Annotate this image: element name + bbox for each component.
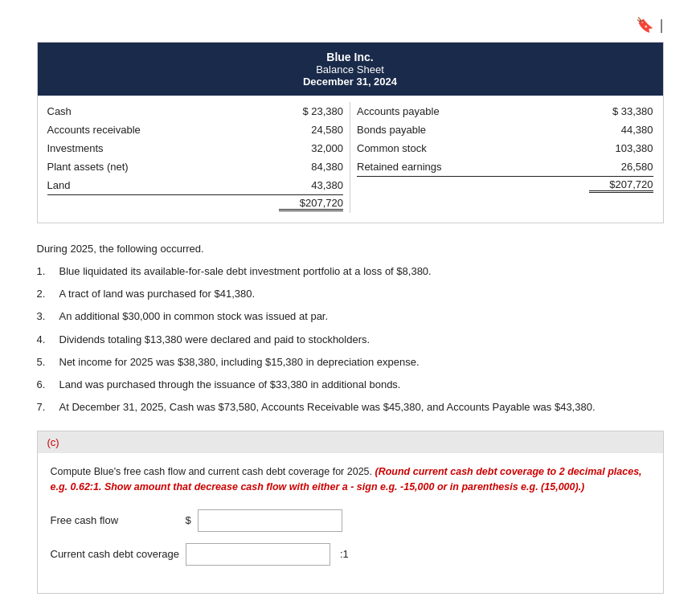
asset-row: Accounts receivable24,580	[47, 121, 344, 139]
asset-label: Plant assets (net)	[47, 161, 280, 173]
list-item: 3.An additional $30,000 in common stock …	[37, 309, 664, 324]
bs-body: Cash$ 23,380Accounts receivable24,580Inv…	[38, 96, 663, 223]
list-item-text: Land was purchased through the issuance …	[59, 378, 401, 392]
company-name: Blue Inc.	[47, 51, 653, 63]
list-item-num: 7.	[37, 400, 53, 415]
ratio-suffix: :1	[340, 548, 349, 560]
list-item-text: Net income for 2025 was $38,380, includi…	[59, 355, 420, 370]
asset-label: Investments	[47, 142, 280, 154]
liability-amount: 26,580	[589, 161, 653, 173]
free-cash-flow-input[interactable]	[198, 509, 342, 532]
liability-label: Accounts payable	[357, 105, 589, 117]
instruction-normal: Compute Blue's free cash flow and curren…	[51, 466, 373, 477]
bs-header: Blue Inc. Balance Sheet December 31, 202…	[38, 43, 663, 96]
section-c: (c) Compute Blue's free cash flow and cu…	[37, 431, 664, 594]
doc-date: December 31, 2024	[47, 76, 653, 88]
list-item: 5.Net income for 2025 was $38,380, inclu…	[37, 355, 664, 370]
list-item-text: A tract of land was purchased for $41,38…	[59, 287, 256, 301]
asset-label: Accounts receivable	[47, 124, 280, 136]
liability-row: Accounts payable$ 33,380	[357, 102, 653, 121]
liability-row: Common stock103,380	[357, 139, 653, 157]
list-item-text: Dividends totaling $13,380 were declared…	[59, 333, 370, 347]
during-section: During 2025, the following occurred. 1.B…	[37, 243, 664, 415]
asset-amount: $ 23,380	[279, 105, 343, 117]
free-cash-flow-label: Free cash flow	[51, 514, 179, 526]
list-item: 4.Dividends totaling $13,380 were declar…	[37, 333, 664, 347]
liability-amount: 103,380	[589, 142, 653, 154]
asset-row: Plant assets (net)84,380	[47, 157, 344, 176]
list-item-num: 2.	[37, 287, 53, 301]
asset-row: Investments32,000	[47, 139, 344, 157]
dollar-sign: $	[186, 514, 191, 526]
top-bar-icons: 🔖 |	[636, 16, 664, 34]
list-item-num: 5.	[37, 355, 53, 370]
asset-amount: 43,380	[279, 179, 343, 191]
list-item-text: Blue liquidated its available-for-sale d…	[59, 264, 432, 279]
liabilities-total-row: $207,720	[357, 176, 653, 194]
free-cash-flow-row: Free cash flow $	[51, 509, 650, 532]
during-title: During 2025, the following occurred.	[37, 243, 664, 255]
top-bar: 🔖 |	[37, 16, 664, 39]
during-list: 1.Blue liquidated its available-for-sale…	[37, 264, 664, 415]
liability-row: Retained earnings26,580	[357, 157, 653, 176]
asset-label: Cash	[47, 105, 280, 117]
liabilities-equity-column: Accounts payable$ 33,380Bonds payable44,…	[357, 102, 653, 213]
list-item-num: 4.	[37, 333, 53, 347]
list-item-text: An additional $30,000 in common stock wa…	[59, 309, 329, 324]
liability-amount: 44,380	[589, 124, 653, 136]
asset-amount: 32,000	[279, 142, 343, 154]
list-item-num: 6.	[37, 378, 53, 392]
column-divider	[350, 102, 350, 213]
asset-label: Land	[47, 179, 280, 191]
list-item: 1.Blue liquidated its available-for-sale…	[37, 264, 664, 279]
liability-label: Bonds payable	[357, 124, 589, 136]
assets-total-row: $207,720	[47, 194, 344, 213]
current-coverage-input[interactable]	[186, 543, 330, 566]
asset-amount: 84,380	[279, 161, 343, 173]
list-item-text: At December 31, 2025, Cash was $73,580, …	[59, 400, 596, 415]
page-container: 🔖 | Blue Inc. Balance Sheet December 31,…	[37, 16, 664, 594]
section-c-header: (c)	[38, 431, 663, 453]
current-coverage-row: Current cash debt coverage :1	[51, 543, 650, 566]
list-item-num: 3.	[37, 309, 53, 324]
liability-amount: $ 33,380	[589, 105, 653, 117]
liability-label: Retained earnings	[357, 161, 589, 173]
liability-row: Bonds payable44,380	[357, 121, 653, 139]
asset-row: Cash$ 23,380	[47, 102, 344, 121]
list-item: 6.Land was purchased through the issuanc…	[37, 378, 664, 392]
liability-label: Common stock	[357, 142, 589, 154]
balance-sheet: Blue Inc. Balance Sheet December 31, 202…	[37, 42, 664, 223]
separator: |	[660, 17, 664, 34]
liabilities-total: $207,720	[589, 178, 653, 193]
instruction-text: Compute Blue's free cash flow and curren…	[51, 464, 650, 495]
current-coverage-label: Current cash debt coverage	[51, 548, 179, 560]
list-item-num: 1.	[37, 264, 53, 279]
asset-amount: 24,580	[279, 124, 343, 136]
asset-row: Land43,380	[47, 176, 344, 194]
list-item: 7.At December 31, 2025, Cash was $73,580…	[37, 400, 664, 415]
assets-column: Cash$ 23,380Accounts receivable24,580Inv…	[47, 102, 344, 213]
doc-type: Balance Sheet	[47, 63, 653, 76]
list-item: 2.A tract of land was purchased for $41,…	[37, 287, 664, 301]
bookmark-icon[interactable]: 🔖	[636, 16, 653, 34]
section-c-body: Compute Blue's free cash flow and curren…	[38, 453, 663, 593]
assets-total: $207,720	[279, 197, 343, 211]
